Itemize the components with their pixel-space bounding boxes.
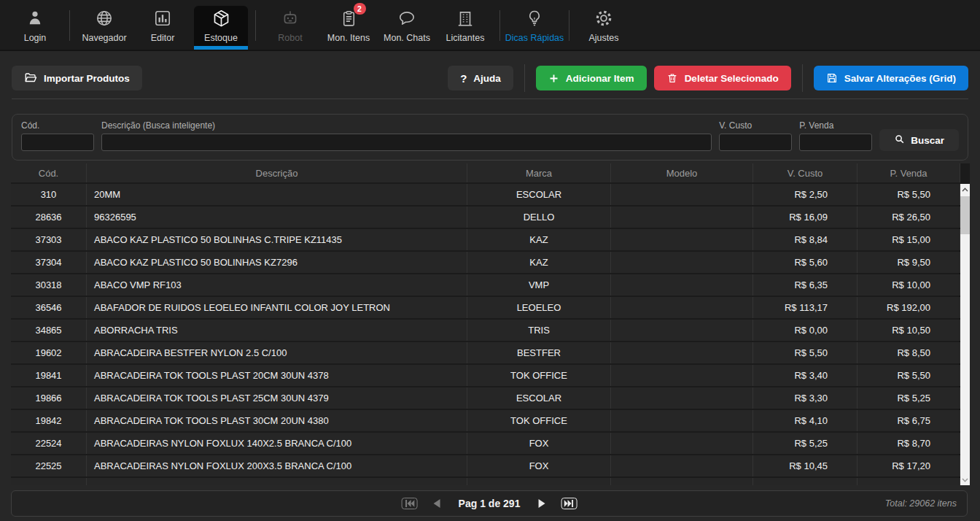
nav-item-robot[interactable]: Robot xyxy=(263,6,317,50)
grid-cell[interactable]: 22525 xyxy=(11,455,87,476)
grid-cell[interactable] xyxy=(611,320,753,341)
grid-cell[interactable]: R$ 9,50 xyxy=(858,252,960,273)
grid-row[interactable]: 37303ABACO KAZ PLASTICO 50 BOLINHAS C.TR… xyxy=(11,229,960,250)
grid-cell[interactable]: ESCOLAR xyxy=(467,184,611,205)
grid-cell[interactable] xyxy=(611,455,753,476)
grid-row[interactable]: 34865ABORRACHA TRISTRISR$ 0,00R$ 10,50 xyxy=(11,320,960,341)
grid-cell[interactable]: R$ 4,10 xyxy=(753,410,858,431)
grid-cell[interactable]: 28636 xyxy=(11,207,87,228)
save-grid-button[interactable]: Salvar Alterações (Grid) xyxy=(814,66,968,90)
grid-cell[interactable]: R$ 5,25 xyxy=(858,387,960,409)
grid-cell[interactable]: R$ 10,50 xyxy=(858,320,960,341)
scroll-up-icon[interactable] xyxy=(960,184,970,195)
grid-cell[interactable]: R$ 0,00 xyxy=(753,320,858,341)
grid-cell[interactable]: ABAFADOR DE RUIDOS LEOELEO INFANTIL COLO… xyxy=(87,297,467,318)
grid-header-cell[interactable]: Cód. xyxy=(11,163,87,182)
grid-row[interactable]: 19842ABRACADEIRA TOK TOOLS PLAST 30CM 20… xyxy=(11,410,960,431)
grid-cell[interactable] xyxy=(611,387,753,409)
grid-cell[interactable]: R$ 26,50 xyxy=(858,207,960,228)
grid-cell[interactable]: TOK OFFICE xyxy=(467,365,611,386)
grid-cell[interactable]: R$ 5,50 xyxy=(858,184,960,205)
nav-item-ajustes[interactable]: Ajustes xyxy=(577,6,631,50)
grid-row[interactable]: 2863696326595DELLOR$ 16,09R$ 26,50 xyxy=(11,207,960,228)
grid-cell[interactable]: R$ 5,60 xyxy=(753,252,858,273)
previous-page-icon[interactable] xyxy=(432,498,441,509)
grid-row[interactable] xyxy=(11,478,960,485)
grid-cell[interactable]: 30318 xyxy=(11,274,87,296)
nav-item-dicas-r-pidas[interactable]: Dicas Rápidas xyxy=(508,6,561,50)
grid-cell[interactable]: KAZ xyxy=(467,229,611,250)
grid-cell[interactable] xyxy=(611,252,753,273)
grid-cell[interactable]: R$ 5,25 xyxy=(753,433,858,454)
grid-cell[interactable]: R$ 192,00 xyxy=(858,297,960,318)
grid-cell[interactable]: ABRACADEIRAS NYLON FOXLUX 140X2.5 BRANCA… xyxy=(87,433,467,454)
grid-cell[interactable]: 19842 xyxy=(11,410,87,431)
grid-cell[interactable]: ABRACADEIRAS NYLON FOXLUX 200X3.5 BRANCA… xyxy=(87,455,467,476)
grid-header-cell[interactable]: Modelo xyxy=(611,163,753,182)
grid-cell[interactable]: 310 xyxy=(11,184,87,205)
grid-cell[interactable]: 22524 xyxy=(11,433,87,454)
descricao-input[interactable] xyxy=(101,134,712,151)
grid-cell[interactable]: 20MM xyxy=(87,184,467,205)
grid-cell[interactable]: TRIS xyxy=(467,320,611,341)
grid-cell[interactable]: VMP xyxy=(467,274,611,296)
grid-cell[interactable]: R$ 2,50 xyxy=(753,184,858,205)
grid-row[interactable]: 30318ABACO VMP RF103VMPR$ 6,35R$ 10,00 xyxy=(11,274,960,296)
grid-cell[interactable]: ABRACADEIRA TOK TOOLS PLAST 20CM 30UN 43… xyxy=(87,365,467,386)
scrollbar-thumb[interactable] xyxy=(960,196,970,234)
nav-item-mon-itens[interactable]: 2Mon. Itens xyxy=(322,6,376,50)
grid-cell[interactable] xyxy=(858,478,960,485)
grid-cell[interactable]: 19866 xyxy=(11,387,87,409)
grid-row[interactable]: 31020MMESCOLARR$ 2,50R$ 5,50 xyxy=(11,184,960,205)
nav-item-editor[interactable]: Editor xyxy=(136,6,190,50)
grid-row[interactable]: 22524ABRACADEIRAS NYLON FOXLUX 140X2.5 B… xyxy=(11,433,960,454)
next-page-icon[interactable] xyxy=(537,498,546,509)
grid-cell[interactable]: 36546 xyxy=(11,297,87,318)
grid-cell[interactable]: R$ 8,50 xyxy=(858,342,960,363)
grid-row[interactable]: 37304ABACO KAZ PLASTICO 50 BOLINHAS KZ72… xyxy=(11,252,960,273)
grid-row[interactable]: 19602ABRACADEIRA BESTFER NYLON 2.5 C/100… xyxy=(11,342,960,363)
grid-cell[interactable] xyxy=(611,207,753,228)
grid-cell[interactable] xyxy=(611,410,753,431)
import-products-button[interactable]: Importar Produtos xyxy=(12,66,142,90)
grid-header-cell[interactable]: P. Venda xyxy=(858,163,960,182)
grid-cell[interactable] xyxy=(611,184,753,205)
grid-cell[interactable]: BESTFER xyxy=(467,342,611,363)
grid-cell[interactable]: R$ 3,40 xyxy=(753,365,858,386)
grid-cell[interactable]: 37303 xyxy=(11,229,87,250)
grid-cell[interactable] xyxy=(611,229,753,250)
grid-cell[interactable]: R$ 3,30 xyxy=(753,387,858,409)
add-item-button[interactable]: Adicionar Item xyxy=(536,66,647,90)
grid-cell[interactable]: R$ 5,50 xyxy=(858,365,960,386)
grid-cell[interactable]: TOK OFFICE xyxy=(467,410,611,431)
grid-cell[interactable] xyxy=(11,478,87,485)
grid-cell[interactable]: ABORRACHA TRIS xyxy=(87,320,467,341)
buscar-button[interactable]: Buscar xyxy=(879,129,959,151)
vertical-scrollbar[interactable] xyxy=(960,184,970,485)
grid-cell[interactable] xyxy=(753,478,858,485)
grid-cell[interactable]: 19841 xyxy=(11,365,87,386)
grid-cell[interactable]: R$ 6,75 xyxy=(858,410,960,431)
pvenda-input[interactable] xyxy=(799,134,872,151)
nav-item-estoque[interactable]: Estoque xyxy=(194,6,248,50)
grid-cell[interactable]: 37304 xyxy=(11,252,87,273)
grid-cell[interactable]: 34865 xyxy=(11,320,87,341)
grid-header-cell[interactable]: Descrição xyxy=(87,163,467,182)
grid-cell[interactable] xyxy=(467,478,611,485)
grid-cell[interactable]: R$ 10,45 xyxy=(753,455,858,476)
grid-cell[interactable]: DELLO xyxy=(467,207,611,228)
grid-cell[interactable]: ABRACADEIRA TOK TOOLS PLAST 25CM 30UN 43… xyxy=(87,387,467,409)
grid-cell[interactable]: ESCOLAR xyxy=(467,387,611,409)
grid-row[interactable]: 36546ABAFADOR DE RUIDOS LEOELEO INFANTIL… xyxy=(11,297,960,318)
grid-row[interactable]: 19841ABRACADEIRA TOK TOOLS PLAST 20CM 30… xyxy=(11,365,960,386)
grid-cell[interactable]: R$ 6,35 xyxy=(753,274,858,296)
nav-item-navegador[interactable]: Navegador xyxy=(77,6,131,50)
help-button[interactable]: ? Ajuda xyxy=(448,66,513,90)
grid-cell[interactable] xyxy=(87,478,467,485)
nav-item-login[interactable]: Login xyxy=(8,6,62,50)
grid-cell[interactable]: 19602 xyxy=(11,342,87,363)
grid-cell[interactable]: LEOELEO xyxy=(467,297,611,318)
grid-header-cell[interactable]: V. Custo xyxy=(753,163,858,182)
grid-cell[interactable]: ABRACADEIRA TOK TOOLS PLAST 30CM 20UN 43… xyxy=(87,410,467,431)
last-page-icon[interactable] xyxy=(561,498,577,509)
